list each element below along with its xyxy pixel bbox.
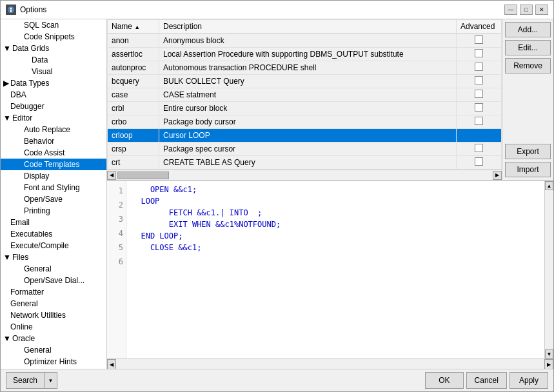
hscroll-thumb[interactable] [117,172,169,179]
cell-advanced[interactable] [457,61,502,75]
hscroll-right-btn[interactable]: ▶ [493,171,502,180]
sidebar-item-font-styling[interactable]: Font and Styling [1,182,106,193]
code-hscroll[interactable]: ◀ ▶ [107,358,553,369]
code-editor[interactable]: 123456 OPEN &&c1; LOOP FETCH &&c1.| INTO… [107,181,553,358]
sidebar-item-editor[interactable]: ▼Editor [1,112,106,124]
table-row[interactable]: crspPackage spec cursor [108,142,502,156]
search-dropdown-btn[interactable]: ▼ [44,373,57,388]
sidebar-item-online[interactable]: ▶Online [1,321,106,333]
cell-description: Autonomous transaction PROCEDURE shell [159,61,457,75]
table-row[interactable]: crboPackage body cursor [108,115,502,129]
sidebar-item-behavior[interactable]: Behavior [1,135,106,147]
advanced-checkbox[interactable] [475,117,483,125]
search-button[interactable]: Search [6,373,44,388]
col-description[interactable]: Description [159,20,457,34]
sidebar-item-execute-compile[interactable]: ▶Execute/Compile [1,240,106,251]
code-hscroll-track[interactable] [116,359,544,369]
advanced-checkbox[interactable] [475,90,483,98]
hscroll-track[interactable] [116,170,493,180]
cell-name: crt [108,156,159,170]
cell-advanced[interactable] [457,88,502,102]
advanced-checkbox[interactable] [475,144,483,152]
sidebar-item-visual[interactable]: Visual [1,66,106,77]
sidebar-item-dba[interactable]: ▶DBA [1,89,106,101]
sidebar-item-printing[interactable]: Printing [1,205,106,217]
code-hscroll-right[interactable]: ▶ [544,359,553,369]
sidebar-item-executables[interactable]: ▶Executables [1,228,106,240]
advanced-checkbox[interactable] [475,103,483,112]
sidebar-item-formatter[interactable]: ▶Formatter [1,286,106,298]
minimize-button[interactable]: — [504,5,517,15]
sidebar-item-code-assist[interactable]: Code Assist [1,147,106,159]
line-numbers: 123456 [107,181,126,358]
sidebar-item-open-save[interactable]: Open/Save [1,193,106,205]
ok-button[interactable]: OK [425,372,463,389]
cell-description: BULK COLLECT Query [159,75,457,88]
add-button[interactable]: Add... [505,22,551,37]
table-row[interactable]: crloopCursor LOOP [108,129,502,142]
sidebar-item-general-files[interactable]: General [1,263,106,275]
sidebar-item-general-oracle[interactable]: General [1,344,106,356]
sidebar-item-auto-replace[interactable]: Auto Replace [1,124,106,135]
col-name[interactable]: Name [108,20,159,34]
cell-description: CASE statment [159,88,457,102]
cell-advanced[interactable] [457,142,502,156]
code-content[interactable]: OPEN &&c1; LOOP FETCH &&c1.| INTO ; EXIT… [126,181,544,358]
table-row[interactable]: autonprocAutonomous transaction PROCEDUR… [108,61,502,75]
sidebar-item-data[interactable]: Data [1,54,106,66]
code-hscroll-left[interactable]: ◀ [107,359,116,369]
advanced-checkbox[interactable] [475,35,483,44]
table-row[interactable]: assertlocLocal Assertion Procedure with … [108,48,502,61]
cell-advanced[interactable] [457,102,502,115]
sidebar-item-files[interactable]: ▼Files [1,251,106,263]
sidebar-item-sql-scan[interactable]: SQL Scan [1,19,106,31]
sidebar-item-open-save-dial[interactable]: Open/Save Dial... [1,275,106,286]
sidebar-item-optimizer-hints[interactable]: Optimizer Hints [1,356,106,368]
import-button[interactable]: Import [505,162,551,177]
search-button-group[interactable]: Search ▼ [6,372,57,389]
code-vscroll[interactable]: ▲ ▼ [544,181,553,358]
table-row[interactable]: anonAnonymous block [108,34,502,48]
sidebar-item-debugger[interactable]: ▶Debugger [1,101,106,112]
advanced-checkbox[interactable] [475,76,483,84]
col-advanced[interactable]: Advanced [457,20,502,34]
export-button[interactable]: Export [505,144,551,159]
vscroll-up-btn[interactable]: ▲ [545,181,553,190]
remove-button[interactable]: Remove [505,58,551,74]
cell-advanced[interactable] [457,129,502,142]
sidebar-item-code-snippets[interactable]: Code Snippets [1,31,106,43]
sidebar-item-email[interactable]: ▶Email [1,217,106,228]
table-row[interactable]: crtCREATE TABLE AS Query [108,156,502,170]
advanced-checkbox[interactable] [475,130,483,139]
cell-name: case [108,88,159,102]
sidebar-item-network-utilities[interactable]: ▶Network Utilities [1,309,106,321]
apply-button[interactable]: Apply [509,372,548,389]
cell-advanced[interactable] [457,115,502,129]
advanced-checkbox[interactable] [475,157,483,166]
table-hscroll[interactable]: ◀ ▶ [107,170,502,180]
cell-advanced[interactable] [457,75,502,88]
sidebar-item-general[interactable]: ▶General [1,298,106,309]
cancel-button[interactable]: Cancel [466,372,507,389]
vscroll-track[interactable] [545,190,553,349]
table-row[interactable]: bcqueryBULK COLLECT Query [108,75,502,88]
cell-description: Cursor LOOP [159,129,457,142]
cell-advanced[interactable] [457,48,502,61]
sidebar-item-code-templates[interactable]: Code Templates [1,159,106,170]
maximize-button[interactable]: □ [520,5,533,15]
sidebar-item-data-types[interactable]: ▶Data Types [1,77,106,89]
table-row[interactable]: caseCASE statment [108,88,502,102]
hscroll-left-btn[interactable]: ◀ [107,171,116,180]
advanced-checkbox[interactable] [475,49,483,57]
sidebar-item-data-grids[interactable]: ▼Data Grids [1,43,106,54]
close-button[interactable]: ✕ [535,5,548,15]
table-row[interactable]: crblEntire cursor block [108,102,502,115]
cell-advanced[interactable] [457,156,502,170]
sidebar-item-oracle[interactable]: ▼Oracle [1,333,106,344]
advanced-checkbox[interactable] [475,63,483,71]
vscroll-down-btn[interactable]: ▼ [545,349,553,358]
edit-button[interactable]: Edit... [505,40,551,55]
sidebar-item-display[interactable]: Display [1,170,106,182]
table-scroll-area[interactable]: anonAnonymous blockassertlocLocal Assert… [107,34,502,170]
cell-advanced[interactable] [457,34,502,48]
